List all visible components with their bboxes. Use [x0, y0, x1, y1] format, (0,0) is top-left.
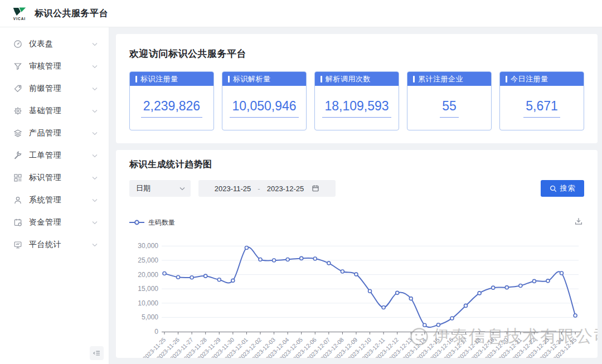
chevron-down-icon [92, 42, 98, 46]
layers-icon [13, 129, 22, 138]
sidebar-item-funds[interactable]: 资金管理 [0, 211, 109, 234]
sidebar-item-label: 产品管理 [29, 128, 92, 138]
label-bar [506, 76, 507, 82]
sidebar-item-label: 前缀管理 [29, 84, 92, 94]
chevron-down-icon [92, 87, 98, 91]
date-type-select[interactable]: 日期 [129, 180, 191, 197]
svg-text:20,000: 20,000 [138, 271, 158, 279]
app-logo: VICAI [10, 7, 29, 21]
sidebar-item-label: 标识管理 [29, 173, 92, 183]
sidebar-item-label: 资金管理 [29, 217, 92, 227]
date-end-value: 2023-12-25 [267, 185, 304, 193]
gear-icon [13, 106, 22, 115]
stat-card-resolution-calls: 解析调用次数 18,109,593 [314, 71, 399, 130]
trend-controls: 日期 2023-11-25 - 2023-12-25 搜索 [129, 180, 584, 197]
stat-card-today-registrations: 今日注册量 5,671 [499, 71, 584, 130]
chevron-down-icon [92, 132, 98, 135]
chart-legend-row: 生码数量 [129, 217, 584, 228]
svg-text:30,000: 30,000 [138, 242, 158, 250]
trend-section-title: 标识生成统计趋势图 [129, 159, 584, 171]
label-bar [135, 76, 137, 82]
chevron-down-icon [92, 154, 98, 158]
date-start-value: 2023-11-25 [215, 185, 251, 193]
stat-label: 累计注册企业 [418, 74, 463, 84]
stat-cards-row: 标识注册量 2,239,826 标识解析量 10,050,946 解析调用次数 … [129, 71, 584, 130]
date-range-picker[interactable]: 2023-11-25 - 2023-12-25 [198, 180, 336, 197]
svg-text:5,000: 5,000 [142, 313, 158, 321]
trend-chart-svg: 05,00010,00015,00020,00025,00030,0002023… [129, 239, 584, 358]
svg-text:0: 0 [154, 328, 158, 336]
sidebar-item-product[interactable]: 产品管理 [0, 122, 109, 144]
logo-mark-icon [12, 7, 27, 17]
sidebar-item-platform-stats[interactable]: 平台统计 [0, 234, 109, 256]
chevron-down-icon [92, 109, 98, 113]
collapse-sidebar-button[interactable] [90, 346, 104, 360]
user-icon [13, 196, 22, 205]
sidebar-item-prefix[interactable]: 前缀管理 [0, 77, 109, 100]
monitor-icon [13, 240, 22, 249]
sidebar-item-label: 工单管理 [29, 151, 92, 161]
legend-label: 生码数量 [148, 218, 175, 227]
label-bar [228, 76, 230, 82]
label-bar [321, 76, 322, 82]
svg-text:25,000: 25,000 [138, 256, 158, 264]
chevron-down-icon [179, 187, 185, 191]
download-chart-button[interactable] [574, 217, 583, 228]
qr-code-icon [13, 173, 22, 182]
stat-card-resolutions: 标识解析量 10,050,946 [222, 71, 307, 130]
date-type-value: 日期 [136, 183, 151, 193]
tag-icon [13, 84, 22, 93]
legend-item-shengma[interactable]: 生码数量 [129, 218, 175, 227]
stat-value[interactable]: 55 [440, 99, 459, 118]
welcome-title: 欢迎访问标识公共服务平台 [129, 47, 584, 60]
stat-label: 解析调用次数 [326, 74, 371, 84]
logo-text: VICAI [13, 17, 26, 21]
sidebar-item-label: 基础管理 [29, 106, 92, 116]
main-content: 欢迎访问标识公共服务平台 标识注册量 2,239,826 标识解析量 10,05… [109, 27, 602, 364]
search-button[interactable]: 搜索 [541, 180, 584, 197]
page-title: 标识公共服务平台 [35, 8, 108, 20]
chevron-down-icon [92, 65, 98, 69]
stat-card-registrations: 标识注册量 2,239,826 [129, 71, 214, 130]
stat-value[interactable]: 5,671 [523, 99, 560, 118]
legend-line-marker-icon [129, 220, 144, 225]
chevron-down-icon [92, 176, 98, 180]
date-separator: - [258, 185, 260, 193]
sidebar: 仪表盘 审核管理 前缀管理 基础管理 产品管理 工单管理 [0, 27, 109, 364]
sidebar-item-label: 仪表盘 [29, 39, 92, 49]
funnel-icon [13, 62, 22, 71]
stat-value[interactable]: 2,239,826 [141, 99, 202, 118]
chevron-down-icon [92, 221, 98, 225]
collapse-sidebar-icon [93, 349, 101, 357]
sidebar-item-system[interactable]: 系统管理 [0, 189, 109, 211]
trend-panel: 标识生成统计趋势图 日期 2023-11-25 - 2023-12-25 搜索 [116, 150, 598, 358]
app-header: VICAI 标识公共服务平台 [0, 0, 602, 27]
chevron-down-icon [92, 198, 98, 202]
gauge-icon [13, 40, 22, 48]
calendar-coin-icon [13, 218, 22, 227]
sidebar-item-dashboard[interactable]: 仪表盘 [0, 33, 109, 55]
sidebar-item-label: 审核管理 [29, 61, 92, 71]
stat-label: 今日注册量 [511, 74, 548, 84]
stat-value[interactable]: 18,109,593 [322, 99, 391, 118]
stat-label: 标识注册量 [140, 74, 178, 84]
stat-card-registered-companies: 累计注册企业 55 [407, 71, 492, 130]
welcome-panel: 欢迎访问标识公共服务平台 标识注册量 2,239,826 标识解析量 10,05… [116, 34, 598, 143]
wrench-icon [13, 151, 22, 160]
sidebar-item-label: 平台统计 [29, 240, 92, 250]
chevron-down-icon [92, 243, 98, 247]
sidebar-item-workorder[interactable]: 工单管理 [0, 144, 109, 167]
search-icon [550, 185, 557, 192]
sidebar-item-basic[interactable]: 基础管理 [0, 100, 109, 122]
sidebar-item-label: 系统管理 [29, 195, 92, 205]
stat-label: 标识解析量 [233, 74, 271, 84]
label-bar [413, 76, 415, 82]
search-button-label: 搜索 [560, 183, 576, 193]
sidebar-item-identity[interactable]: 标识管理 [0, 167, 109, 189]
svg-text:15,000: 15,000 [138, 285, 158, 293]
calendar-icon [312, 185, 319, 192]
stat-value[interactable]: 10,050,946 [230, 99, 298, 118]
download-icon [574, 217, 583, 226]
svg-text:10,000: 10,000 [138, 299, 158, 307]
sidebar-item-audit[interactable]: 审核管理 [0, 55, 109, 77]
